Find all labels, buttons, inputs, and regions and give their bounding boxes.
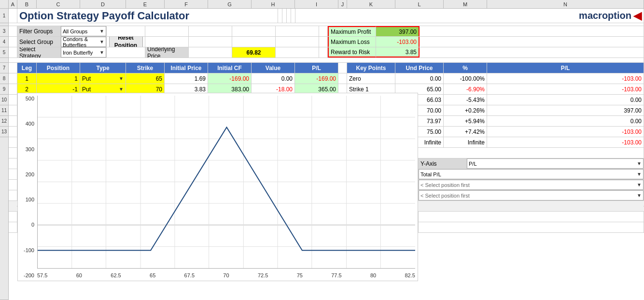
kp4-pct: +5.94% <box>444 116 487 126</box>
x-label-77.5: 77.5 <box>331 272 341 278</box>
leg1-pos: 1 <box>37 73 80 84</box>
leg1-num: 1 <box>17 73 37 84</box>
cell-a23 <box>9 206 17 207</box>
rh-7: 7 <box>0 63 8 73</box>
title-row: Option Strategy Payoff Calculator macrop… <box>9 9 644 23</box>
th-pl: P/L <box>295 63 338 73</box>
filter-groups-dropdown[interactable]: All Groups ▼ <box>61 26 107 36</box>
reward-risk-value: 3.85 <box>376 47 420 57</box>
cell-f3 <box>145 26 189 36</box>
y-axis-dropdown[interactable]: P/L ▼ <box>467 158 644 169</box>
x-axis-labels: 57.5 60 62.5 65 67.5 70 72.5 75 77.5 80 … <box>37 270 415 281</box>
max-loss-label: Maximum Loss <box>328 37 376 47</box>
cell-a5 <box>9 47 17 57</box>
y-label-300: 300 <box>19 146 36 152</box>
green-right-dropdown[interactable]: < Select position first ▼ <box>419 180 644 190</box>
leg1-init-cf: -169.00 <box>208 73 252 84</box>
x-label-80: 80 <box>370 272 376 278</box>
kp0-und: 0.00 <box>395 73 444 84</box>
th-position: Position <box>37 63 80 73</box>
cell-a20 <box>9 169 17 179</box>
col-h: H <box>252 0 295 8</box>
col-k: K <box>347 0 395 8</box>
th-und-price: Und Price <box>395 63 444 73</box>
x-label-60: 60 <box>76 272 82 278</box>
cell-a13 <box>9 127 17 137</box>
cell-mid2 <box>282 9 287 23</box>
cell-i4 <box>276 37 319 47</box>
cell-a15 <box>9 148 17 158</box>
cell-j5 <box>319 47 328 57</box>
red-right-dropdown[interactable]: < Select position first ▼ <box>419 190 644 200</box>
row4: Select Group Condors & Butterflies ▼ Res… <box>9 37 644 47</box>
kp1-pl: -103.00 <box>487 84 644 94</box>
cell-i5 <box>276 47 319 57</box>
reset-btn-spacer <box>107 26 145 36</box>
col-m: M <box>444 0 487 8</box>
col-f: F <box>165 0 208 8</box>
th-pct: % <box>444 63 487 73</box>
underlying-price-value[interactable]: 69.82 <box>232 47 276 57</box>
th-initial-cf: Initial CF <box>208 63 252 73</box>
chart-svg <box>38 96 415 268</box>
cell-j3 <box>319 26 328 36</box>
rh-13: 13 <box>0 127 8 137</box>
leg1-type[interactable]: Put▼ <box>80 73 126 84</box>
empty-row6 <box>9 58 644 62</box>
rh-6 <box>0 58 8 63</box>
rh-8: 8 <box>0 73 8 84</box>
cell-a3 <box>9 26 17 36</box>
y-axis-arrow-icon: ▼ <box>637 161 642 166</box>
x-label-67.5: 67.5 <box>184 272 195 278</box>
col-i: I <box>295 0 338 8</box>
y-label-neg100: -100 <box>19 247 36 253</box>
y-axis-label: Y-Axis <box>419 158 467 169</box>
reset-position-button[interactable]: ResetPosition <box>107 37 145 47</box>
x-label-82.5: 82.5 <box>405 272 415 278</box>
kp1-pct: -6.90% <box>444 84 487 94</box>
row5: Select Strategy Iron Butterfly ▼ Underly… <box>9 47 644 58</box>
kp6-pl: -103.00 <box>487 137 644 147</box>
cell-n3 <box>420 26 644 36</box>
max-loss-value: -103.00 <box>376 37 420 47</box>
cell-a21 <box>9 180 17 190</box>
rh-10: 10 <box>0 95 8 105</box>
leg1-value: 0.00 <box>252 73 295 84</box>
rh-11: 11 <box>0 105 8 116</box>
rh-3: 3 <box>0 26 8 37</box>
cell-mid3 <box>287 9 291 23</box>
data-row-1: 1 1 Put▼ 65 1.69 -169.00 0.00 -169.00 Ze… <box>9 73 644 84</box>
filter-groups-arrow-icon: ▼ <box>99 29 104 34</box>
macroption-logo: macroption ◀ <box>579 10 642 22</box>
select-group-arrow-icon: ▼ <box>99 39 104 44</box>
cell-e5 <box>107 47 145 57</box>
select-strategy-dropdown[interactable]: Iron Butterfly ▼ <box>61 47 107 57</box>
kp0-pl: -103.00 <box>487 73 644 84</box>
select-strategy-arrow-icon: ▼ <box>99 50 104 55</box>
cell-j8 <box>338 73 347 84</box>
col-l: L <box>395 0 444 8</box>
rh-9: 9 <box>0 84 8 95</box>
th-value: Value <box>252 63 295 73</box>
col-a: A <box>9 0 17 8</box>
th-type: Type <box>80 63 126 73</box>
kp2-pl: 0.00 <box>487 95 644 105</box>
row-headers: 1 3 4 5 7 8 9 10 11 12 13 <box>0 9 9 300</box>
chart-container: 500 400 300 200 100 0 -100 -200 <box>17 93 418 281</box>
reward-risk-label: Reward to Risk <box>328 47 376 57</box>
th-initial-price: Initial Price <box>165 63 208 73</box>
y-label-0: 0 <box>19 222 36 228</box>
cell-a10 <box>9 95 17 105</box>
y-label-400: 400 <box>19 121 36 127</box>
cell-a25 <box>9 222 17 232</box>
rh-4: 4 <box>0 37 8 47</box>
red-right-arrow-icon: ▼ <box>637 193 642 198</box>
select-group-dropdown[interactable]: Condors & Butterflies ▼ <box>61 37 107 47</box>
leg1-init-price: 1.69 <box>165 73 208 84</box>
cell-g3 <box>189 26 232 36</box>
y-label-100: 100 <box>19 197 36 202</box>
y-label-neg200: -200 <box>19 272 36 278</box>
underlying-price-label: Underlying Price <box>145 47 189 57</box>
blue-right-dropdown[interactable]: Total P/L ▼ <box>419 169 644 179</box>
kp3-pl: 397.00 <box>487 105 644 115</box>
